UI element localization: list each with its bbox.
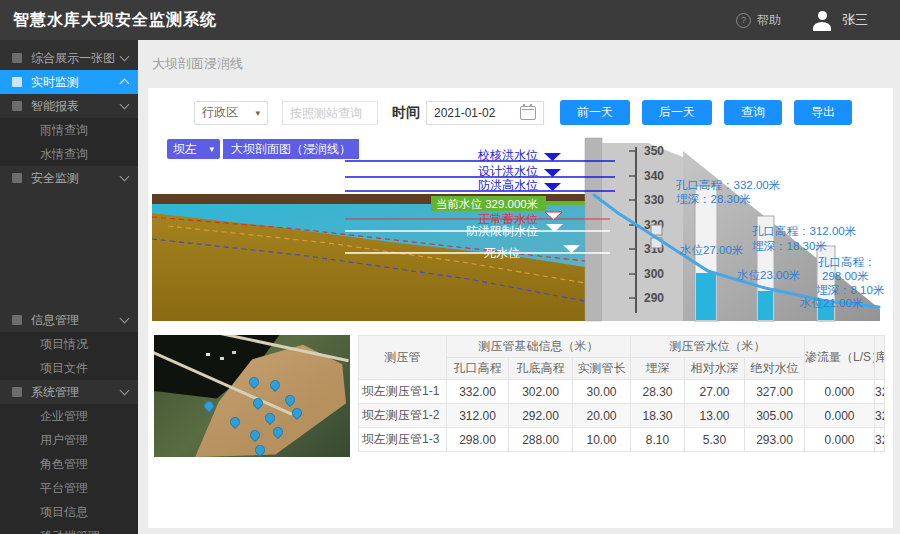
sidebar-item-label: 信息管理 <box>31 312 121 329</box>
ruler-label: 300 <box>644 267 664 281</box>
help-label: 帮助 <box>757 12 781 29</box>
table-row[interactable]: 坝左测压管1-3 298.00 288.00 10.00 8.10 5.30 2… <box>359 428 885 452</box>
sidebar-item-smart-reports[interactable]: 智能报表 <box>0 94 138 118</box>
sidebar: 综合展示一张图 实时监测 智能报表 雨情查询 水情查询 安全监测 信息管理 项目… <box>0 40 138 534</box>
col-header-piezometer: 测压管 <box>359 336 447 380</box>
p1-water-label: 水位27.00米 <box>679 244 743 256</box>
sidebar-item-project-files[interactable]: 项目文件 <box>0 356 138 380</box>
chevron-down-icon <box>120 100 130 110</box>
menu-grid-icon <box>12 101 22 111</box>
sidebar-item-enterprise-management[interactable]: 企业管理 <box>0 404 138 428</box>
cell: 27.00 <box>685 380 745 404</box>
col-header-buried-depth: 埋深 <box>631 358 685 380</box>
design-flood-level-label: 设计洪水位 <box>478 164 538 178</box>
piezometer-table-wrap: 测压管 测压管基础信息（米） 测压管水位（米） 渗流量（L/S） 库水位（米） … <box>358 335 885 457</box>
cell: 288.00 <box>509 428 573 452</box>
chevron-down-icon <box>120 386 130 396</box>
page-title: 大坝剖面浸润线 <box>138 40 900 73</box>
p2-orifice-label: 孔口高程：312.00米 <box>752 225 856 237</box>
cell: 28.30 <box>631 380 685 404</box>
flood-high-level-label: 防洪高水位 <box>478 178 538 192</box>
sidebar-item-overview[interactable]: 综合展示一张图 <box>0 46 138 70</box>
sidebar-item-project-situation[interactable]: 项目情况 <box>0 332 138 356</box>
sidebar-item-label: 用户管理 <box>40 432 88 449</box>
diagram-title: 大坝剖面图（浸润线） <box>223 139 359 159</box>
chevron-up-icon <box>120 79 130 89</box>
sidebar-item-project-info[interactable]: 项目信息 <box>0 500 138 524</box>
app-title: 智慧水库大坝安全监测系统 <box>0 10 217 31</box>
level-marker-icon <box>544 169 561 177</box>
sidebar-item-label: 平台管理 <box>40 480 88 497</box>
dam-wall <box>602 143 683 321</box>
map-marker-icon[interactable] <box>202 399 216 413</box>
prev-day-button[interactable]: 前一天 <box>560 100 630 125</box>
date-value: 2021-01-02 <box>434 106 495 120</box>
sidebar-item-label: 安全监测 <box>31 170 121 187</box>
p3-water-label: 水位21.00米 <box>799 297 863 309</box>
boats <box>206 353 210 356</box>
sidebar-item-user-management[interactable]: 用户管理 <box>0 428 138 452</box>
sidebar-item-realtime-monitoring[interactable]: 实时监测 <box>0 70 138 94</box>
cell: 312.00 <box>447 404 509 428</box>
menu-grid-icon <box>12 77 22 87</box>
col-header-reservoir-level: 库水位（米） <box>875 336 885 380</box>
cell: 293.00 <box>745 428 805 452</box>
time-label: 时间 <box>392 104 420 122</box>
region-select[interactable]: 行政区 ▾ <box>194 101 268 125</box>
ruler-label: 290 <box>644 291 664 305</box>
piezometer-table: 测压管 测压管基础信息（米） 测压管水位（米） 渗流量（L/S） 库水位（米） … <box>358 335 885 452</box>
cell: 10.00 <box>573 428 631 452</box>
sidebar-item-mobile-management[interactable]: 移动端管理 <box>0 524 138 534</box>
dam-side-select[interactable]: 坝左 ▾ <box>167 139 220 159</box>
cell: 327.00 <box>745 380 805 404</box>
p2-depth-label: 埋深：18.30米 <box>752 240 827 252</box>
valve-icon <box>651 225 662 235</box>
query-button[interactable]: 查询 <box>724 100 782 125</box>
chevron-down-icon <box>120 52 130 62</box>
menu-grid-icon <box>12 173 22 183</box>
sidebar-item-rain-query[interactable]: 雨情查询 <box>0 118 138 142</box>
bottom-section: 测压管 测压管基础信息（米） 测压管水位（米） 渗流量（L/S） 库水位（米） … <box>148 331 893 457</box>
cell: 302.00 <box>509 380 573 404</box>
sidebar-item-platform-management[interactable]: 平台管理 <box>0 476 138 500</box>
dam-cross-section-diagram: 坝左 ▾ 大坝剖面图（浸润线） <box>148 131 893 331</box>
cell: 30.00 <box>573 380 631 404</box>
user-name: 张三 <box>842 11 868 29</box>
row-name: 坝左测压管1-2 <box>359 404 447 428</box>
next-day-button[interactable]: 后一天 <box>642 100 712 125</box>
user-menu[interactable]: 张三 <box>811 10 868 31</box>
table-row[interactable]: 坝左测压管1-2 312.00 292.00 20.00 18.30 13.00… <box>359 404 885 428</box>
flood-limit-level-label: 防洪限制水位 <box>466 224 538 238</box>
sidebar-item-label: 项目情况 <box>40 336 88 353</box>
p3-orifice-value: 298.00米 <box>822 270 869 282</box>
station-search-input[interactable] <box>282 101 378 125</box>
current-level-label: 当前水位 329.000米 <box>436 198 538 210</box>
dam-satellite-map[interactable] <box>154 335 350 457</box>
sidebar-item-water-query[interactable]: 水情查询 <box>0 142 138 166</box>
help-icon: ? <box>736 13 751 28</box>
level-marker-icon <box>544 183 561 191</box>
dam-tower <box>585 138 602 321</box>
table-row[interactable]: 坝左测压管1-1 332.00 302.00 30.00 28.30 27.00… <box>359 380 885 404</box>
level-marker-icon <box>544 153 561 161</box>
cell: 13.00 <box>685 404 745 428</box>
col-group-water-level: 测压管水位（米） <box>631 336 805 358</box>
sidebar-item-info-management[interactable]: 信息管理 <box>0 308 138 332</box>
menu-grid-icon <box>12 53 22 63</box>
cell: 292.00 <box>509 404 573 428</box>
row-name: 坝左测压管1-1 <box>359 380 447 404</box>
export-button[interactable]: 导出 <box>794 100 852 125</box>
help-button[interactable]: ? 帮助 <box>736 12 781 29</box>
check-flood-level-label: 校核洪水位 <box>477 148 538 162</box>
dropdown-arrow-icon: ▾ <box>209 144 214 154</box>
col-header-seepage: 渗流量（L/S） <box>805 336 875 380</box>
sidebar-item-role-management[interactable]: 角色管理 <box>0 452 138 476</box>
cell: 329.00 <box>875 380 885 404</box>
date-input[interactable]: 2021-01-02 <box>426 101 544 125</box>
sidebar-gap <box>0 190 138 308</box>
sidebar-item-safety-monitoring[interactable]: 安全监测 <box>0 166 138 190</box>
cross-section-svg: 350 340 330 320 310 300 290 <box>148 131 893 331</box>
sidebar-item-system-management[interactable]: 系统管理 <box>0 380 138 404</box>
chevron-down-icon <box>120 314 130 324</box>
ruler-label: 330 <box>644 193 664 207</box>
